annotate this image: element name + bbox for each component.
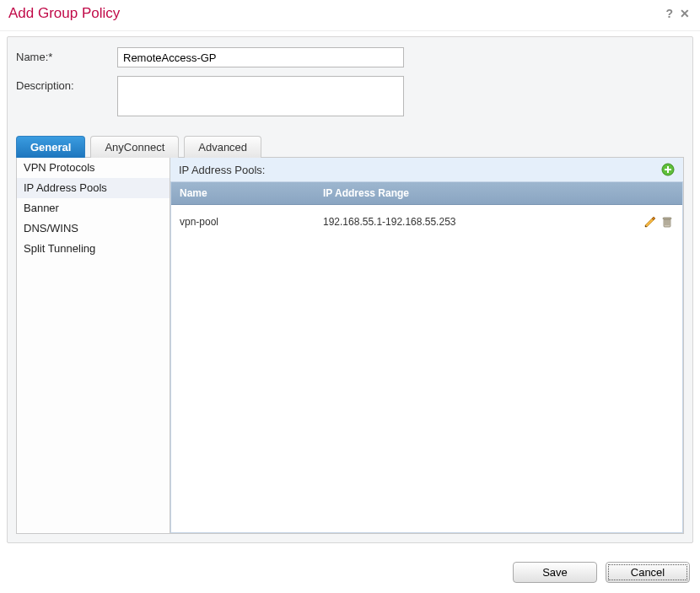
name-input[interactable] [117, 47, 404, 67]
name-label: Name:* [16, 47, 117, 63]
cancel-button[interactable]: Cancel [606, 562, 690, 583]
svg-rect-7 [663, 218, 671, 219]
col-header-actions [606, 182, 682, 204]
close-icon[interactable]: ✕ [680, 8, 690, 19]
tab-general[interactable]: General [16, 136, 85, 158]
pool-row-range: 192.168.55.1-192.168.55.253 [315, 211, 606, 233]
dialog-footer: Save Cancel [0, 552, 700, 593]
sidebar: VPN Protocols IP Address Pools Banner DN… [17, 158, 170, 533]
dialog-title: Add Group Policy [8, 5, 120, 22]
pool-row-name: vpn-pool [171, 211, 315, 233]
delete-pool-button[interactable] [660, 215, 674, 229]
svg-rect-2 [665, 169, 671, 170]
pool-table-head: Name IP Address Range [171, 182, 682, 205]
pencil-icon [643, 215, 657, 229]
plus-icon [661, 163, 675, 176]
form-row-name: Name:* [16, 47, 684, 67]
trash-icon [660, 215, 674, 229]
col-header-range[interactable]: IP Address Range [315, 182, 606, 204]
pool-row-actions [606, 210, 682, 234]
col-header-name[interactable]: Name [171, 182, 315, 204]
sidebar-item-vpn-protocols[interactable]: VPN Protocols [17, 158, 170, 178]
dialog: Add Group Policy ? ✕ Name:* Description:… [0, 0, 700, 593]
add-pool-button[interactable] [661, 163, 675, 176]
pool-heading: IP Address Pools: [179, 164, 265, 176]
dialog-header-icons: ? ✕ [665, 8, 690, 19]
svg-marker-3 [645, 218, 654, 227]
panel: Name:* Description: General AnyConnect A… [7, 36, 693, 543]
dialog-header: Add Group Policy ? ✕ [0, 0, 700, 31]
content-header: IP Address Pools: [170, 158, 683, 182]
tab-advanced[interactable]: Advanced [184, 136, 261, 158]
pool-table-row[interactable]: vpn-pool 192.168.55.1-192.168.55.253 [171, 205, 682, 239]
form-row-description: Description: [16, 76, 684, 116]
pool-table: Name IP Address Range vpn-pool 192.168.5… [170, 181, 683, 533]
tabstrip: General AnyConnect Advanced [16, 135, 684, 158]
content: IP Address Pools: Name IP Address Range [170, 158, 683, 533]
sidebar-item-dns-wins[interactable]: DNS/WINS [17, 218, 170, 239]
save-button[interactable]: Save [513, 562, 597, 583]
edit-pool-button[interactable] [643, 215, 657, 229]
sidebar-item-banner[interactable]: Banner [17, 198, 170, 218]
tab-body: VPN Protocols IP Address Pools Banner DN… [16, 158, 684, 534]
description-textarea[interactable] [117, 76, 404, 116]
help-icon[interactable]: ? [665, 8, 673, 19]
sidebar-item-ip-address-pools[interactable]: IP Address Pools [17, 178, 170, 198]
tab-anyconnect[interactable]: AnyConnect [90, 136, 179, 158]
sidebar-item-split-tunneling[interactable]: Split Tunneling [17, 239, 170, 259]
description-label: Description: [16, 76, 117, 92]
